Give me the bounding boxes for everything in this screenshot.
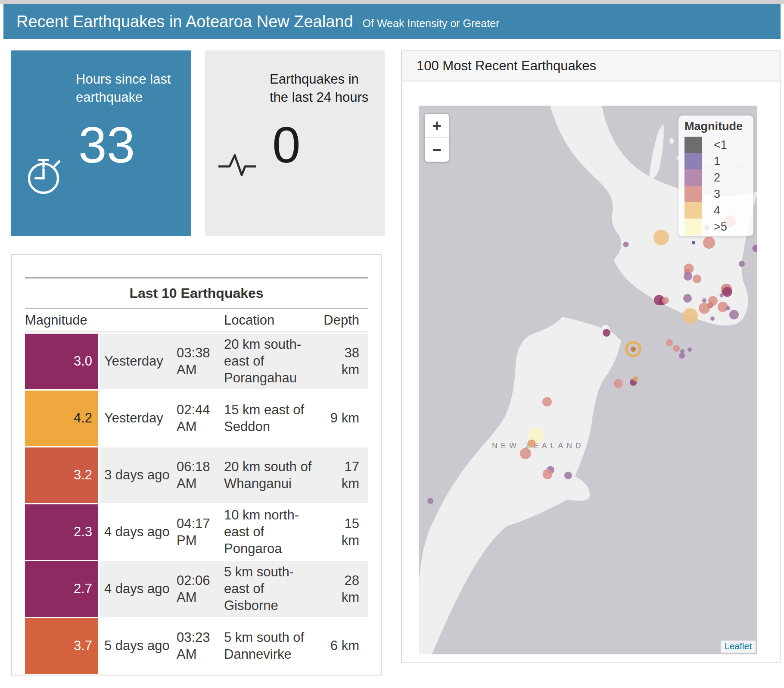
earthquake-marker[interactable] (703, 237, 715, 249)
legend-label: 3 (714, 186, 720, 202)
map-zoom-control: + − (424, 113, 449, 162)
earthquake-marker[interactable] (633, 376, 638, 382)
page-title: Recent Earthquakes in Aotearoa New Zeala… (16, 4, 353, 39)
date-cell: 4 days ago (104, 581, 172, 597)
legend-swatch (684, 137, 702, 153)
map-legend: Magnitude <11234>5 (678, 116, 753, 236)
last-24h-label: Earthquakes in the last 24 hours (270, 70, 378, 106)
earthquake-marker[interactable] (682, 308, 698, 324)
zoom-in-button[interactable]: + (425, 114, 449, 138)
time-cell: 06:18 AM (177, 459, 220, 492)
hours-since-card: Hours since last earthquake 33 (11, 50, 191, 236)
earthquake-marker[interactable] (679, 353, 685, 359)
earthquake-marker[interactable] (527, 440, 535, 448)
table-row: 2.34 days ago04:17 PM10 km north-east of… (25, 503, 368, 560)
date-cell: 4 days ago (104, 524, 172, 541)
earthquake-marker[interactable] (684, 272, 692, 281)
earthquake-marker[interactable] (631, 347, 636, 352)
table-row: 3.0Yesterday03:38 AM20 km south-east of … (25, 332, 368, 389)
map-label-new-zealand: NEW ZEALAND (492, 441, 584, 450)
earthquake-marker[interactable] (692, 241, 695, 244)
time-cell: 02:44 AM (177, 402, 220, 435)
stat-cards: Hours since last earthquake 33 Earthquak… (11, 50, 385, 236)
depth-cell: 6 km (323, 638, 359, 654)
earthquake-marker[interactable] (662, 297, 669, 304)
depth-cell: 28 km (323, 572, 359, 606)
column-header-depth: Depth (323, 313, 359, 328)
leaflet-link[interactable]: Leaflet (725, 641, 752, 651)
earthquake-marker[interactable] (726, 306, 730, 310)
earthquake-marker[interactable] (693, 275, 701, 283)
earthquake-marker[interactable] (710, 316, 715, 321)
left-column: Hours since last earthquake 33 Earthquak… (11, 50, 385, 675)
app-header: Recent Earthquakes in Aotearoa New Zeala… (3, 4, 781, 39)
legend-entry: >5 (684, 219, 753, 235)
table-row: 2.74 days ago02:06 AM5 km south-east of … (25, 560, 368, 617)
earthquake-marker[interactable] (722, 287, 732, 297)
legend-label: >5 (714, 219, 727, 235)
earthquake-marker[interactable] (543, 469, 553, 479)
legend-swatch (684, 219, 702, 235)
earthquake-marker[interactable] (729, 310, 739, 319)
earthquake-marker[interactable] (614, 379, 623, 388)
location-cell: 5 km south of Dannevirke (224, 629, 319, 663)
leaflet-attribution: Leaflet (721, 641, 756, 653)
table-row: 3.23 days ago06:18 AM20 km south of Whan… (25, 446, 368, 503)
legend-label: 2 (714, 169, 720, 186)
legend-swatch (684, 202, 702, 219)
magnitude-chip: 2.7 (25, 561, 100, 617)
earthquake-marker[interactable] (542, 397, 552, 407)
magnitude-chip: 4.2 (25, 391, 100, 446)
date-cell: 3 days ago (104, 467, 172, 484)
zoom-out-button[interactable]: − (425, 138, 449, 162)
earthquake-marker[interactable] (673, 345, 680, 352)
legend-entries: <11234>5 (684, 137, 753, 235)
table-row: 3.75 days ago03:23 AM5 km south of Danne… (25, 617, 368, 674)
location-cell: 10 km north-east of Pongaroa (224, 507, 319, 557)
legend-entry: 4 (684, 202, 753, 219)
legend-entry: 2 (684, 169, 753, 186)
earthquake-marker[interactable] (707, 302, 713, 308)
earthquake-marker[interactable] (752, 244, 757, 252)
earthquake-marker[interactable] (739, 261, 745, 267)
browser-top-strip (0, 0, 784, 4)
legend-swatch (684, 186, 702, 202)
last-10-earthquakes-panel: Last 10 Earthquakes Magnitude Location D… (11, 254, 382, 675)
location-cell: 20 km south-east of Porangahau (224, 336, 319, 386)
last-24h-card: Earthquakes in the last 24 hours 0 (205, 50, 385, 236)
page: Recent Earthquakes in Aotearoa New Zeala… (0, 4, 784, 675)
legend-entry: 3 (684, 186, 753, 202)
depth-cell: 38 km (323, 345, 359, 378)
legend-label: 4 (714, 202, 720, 219)
earthquake-marker[interactable] (702, 298, 706, 303)
date-cell: Yesterday (104, 410, 172, 427)
earthquake-marker[interactable] (427, 498, 433, 504)
column-header-location: Location (224, 313, 319, 328)
time-cell: 03:38 AM (177, 345, 220, 378)
pulse-icon (205, 50, 270, 236)
location-cell: 5 km south-east of Gisborne (224, 564, 319, 614)
earthquake-marker[interactable] (666, 339, 673, 346)
leaflet-map[interactable]: Bay of Ple NEW ZEALAND Magnitude <11234>… (419, 106, 757, 654)
magnitude-chip: 2.3 (25, 504, 100, 560)
column-header-magnitude: Magnitude (25, 313, 100, 328)
earthquake-marker[interactable] (719, 294, 723, 297)
earthquake-marker[interactable] (564, 472, 572, 479)
earthquake-marker[interactable] (623, 242, 628, 247)
magnitude-chip: 3.0 (25, 334, 100, 389)
table-body: 3.0Yesterday03:38 AM20 km south-east of … (25, 332, 368, 674)
depth-cell: 15 km (323, 516, 359, 549)
time-cell: 04:17 PM (177, 516, 220, 549)
earthquake-marker[interactable] (603, 329, 610, 337)
earthquake-marker[interactable] (683, 294, 692, 303)
time-cell: 03:23 AM (177, 629, 220, 663)
date-cell: Yesterday (104, 353, 172, 370)
earthquake-marker[interactable] (653, 230, 669, 245)
map-title: 100 Most Recent Earthquakes (402, 51, 780, 81)
legend-entry: 1 (684, 153, 753, 169)
earthquake-marker[interactable] (520, 448, 531, 459)
location-cell: 20 km south of Whanganui (224, 459, 319, 492)
depth-cell: 9 km (323, 410, 359, 427)
location-cell: 15 km east of Seddon (224, 402, 319, 435)
earthquake-marker[interactable] (688, 347, 692, 352)
